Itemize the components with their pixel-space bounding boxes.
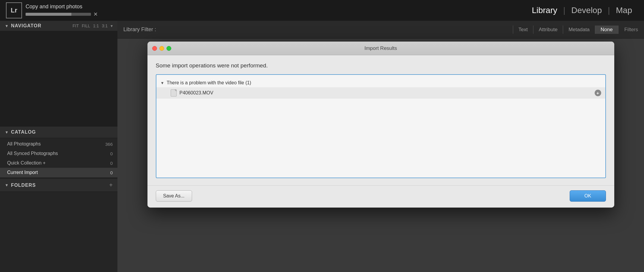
content-area: Import Results Some import operations we… (117, 39, 644, 272)
dialog-message: Some import operations were not performe… (156, 62, 606, 69)
left-panel: ▼ Navigator FIT FILL 1:1 3:1 ▾ ▼ Catalog… (0, 21, 117, 272)
dialog-title: Import Results (365, 45, 397, 51)
dialog-list-item-0: P4060023.MOV + (156, 87, 605, 99)
dialog-body: Some import operations were not performe… (147, 55, 614, 185)
folders-header[interactable]: ▼ Folders + (0, 179, 117, 192)
main-layout: ▼ Navigator FIT FILL 1:1 3:1 ▾ ▼ Catalog… (0, 21, 644, 272)
1to1-control[interactable]: 1:1 (93, 23, 99, 28)
ratio-arrow-icon[interactable]: ▾ (111, 23, 113, 28)
nav-sep-1: | (563, 6, 565, 15)
navigator-title: Navigator (11, 23, 73, 29)
progress-bar (26, 13, 91, 16)
dialog-close-button[interactable] (152, 46, 157, 51)
filter-option-text[interactable]: Text (513, 26, 533, 34)
folders-section: ▼ Folders + (0, 178, 117, 192)
folders-title: Folders (11, 183, 109, 188)
app-title: Copy and import photos (26, 4, 98, 10)
navigator-controls: FIT FILL 1:1 3:1 ▾ (73, 23, 113, 28)
dialog-footer: Save As... OK (147, 185, 614, 208)
catalog-item-all-photos[interactable]: All Photographs 366 (0, 139, 117, 149)
catalog-item-current-import-label: Current Import (7, 170, 110, 175)
modal-overlay: Import Results Some import operations we… (117, 39, 644, 272)
catalog-arrow-icon: ▼ (5, 130, 9, 135)
nav-map[interactable]: Map (610, 6, 638, 15)
nav-modules: Library | Develop | Map (526, 6, 638, 15)
nav-develop[interactable]: Develop (566, 6, 608, 15)
dialog-minimize-button[interactable] (159, 46, 164, 51)
navigator-arrow-icon: ▼ (5, 24, 9, 28)
app-title-area: Copy and import photos ✕ (26, 4, 98, 18)
file-icon-0 (171, 89, 177, 97)
import-results-dialog: Import Results Some import operations we… (147, 42, 614, 208)
fit-control[interactable]: FIT (73, 23, 79, 28)
dialog-maximize-button[interactable] (167, 46, 171, 51)
section-arrow-icon: ▼ (161, 81, 164, 85)
dialog-titlebar: Import Results (147, 42, 614, 55)
catalog-item-quick-collection[interactable]: Quick Collection + 0 (0, 158, 117, 168)
filter-bar-label: Library Filter : (123, 26, 156, 33)
catalog-header[interactable]: ▼ Catalog (0, 126, 117, 138)
save-as-button[interactable]: Save As... (156, 190, 192, 202)
catalog-section: ▼ Catalog All Photographs 366 All Synced… (0, 126, 117, 178)
catalog-item-synced-label: All Synced Photographs (7, 151, 110, 156)
right-side: Library Filter : Text Attribute Metadata… (117, 21, 644, 272)
catalog-item-all-photos-label: All Photographs (7, 141, 105, 147)
dialog-section-title-0: There is a problem with the video file (… (167, 80, 251, 86)
nav-sep-2: | (608, 6, 610, 15)
folders-add-icon[interactable]: + (109, 182, 113, 189)
catalog-item-all-photos-count: 366 (105, 142, 113, 147)
dialog-traffic-lights (152, 46, 171, 51)
dialog-list-container[interactable]: ▼ There is a problem with the video file… (156, 74, 606, 178)
catalog-item-quick-collection-count: 0 (110, 161, 113, 166)
fill-control[interactable]: FILL (82, 23, 90, 28)
filter-option-attribute[interactable]: Attribute (533, 26, 563, 34)
catalog-item-current-import[interactable]: Current Import 0 (0, 168, 117, 177)
nav-library[interactable]: Library (526, 6, 563, 15)
navigator-preview (0, 31, 117, 126)
3to1-control[interactable]: 3:1 (102, 23, 108, 28)
catalog-item-synced[interactable]: All Synced Photographs 0 (0, 149, 117, 158)
lr-logo: Lr (6, 2, 22, 18)
filter-option-metadata[interactable]: Metadata (563, 26, 595, 34)
catalog-title: Catalog (11, 129, 113, 135)
dialog-list-section-0: ▼ There is a problem with the video file… (156, 77, 605, 100)
dialog-section-header-0[interactable]: ▼ There is a problem with the video file… (156, 78, 605, 87)
catalog-item-current-import-count: 0 (110, 170, 113, 175)
navigator-header[interactable]: ▼ Navigator FIT FILL 1:1 3:1 ▾ (0, 21, 117, 31)
item-info-button-0[interactable]: + (595, 90, 601, 96)
file-name-0: P4060023.MOV (180, 90, 595, 96)
progress-close-icon[interactable]: ✕ (93, 11, 98, 18)
folders-arrow-icon: ▼ (5, 183, 9, 187)
filter-bar: Library Filter : Text Attribute Metadata… (117, 21, 644, 39)
progress-bar-fill (26, 13, 71, 16)
filter-option-none[interactable]: None (595, 26, 618, 34)
filter-right-label: Filters (618, 27, 638, 33)
top-bar: Lr Copy and import photos ✕ Library | De… (0, 0, 644, 21)
catalog-item-synced-count: 0 (110, 151, 113, 156)
ok-button[interactable]: OK (570, 190, 606, 202)
progress-bar-container: ✕ (26, 11, 98, 18)
catalog-items: All Photographs 366 All Synced Photograp… (0, 138, 117, 178)
filter-options: Text Attribute Metadata None (513, 26, 618, 34)
catalog-item-quick-collection-label: Quick Collection + (7, 160, 110, 166)
